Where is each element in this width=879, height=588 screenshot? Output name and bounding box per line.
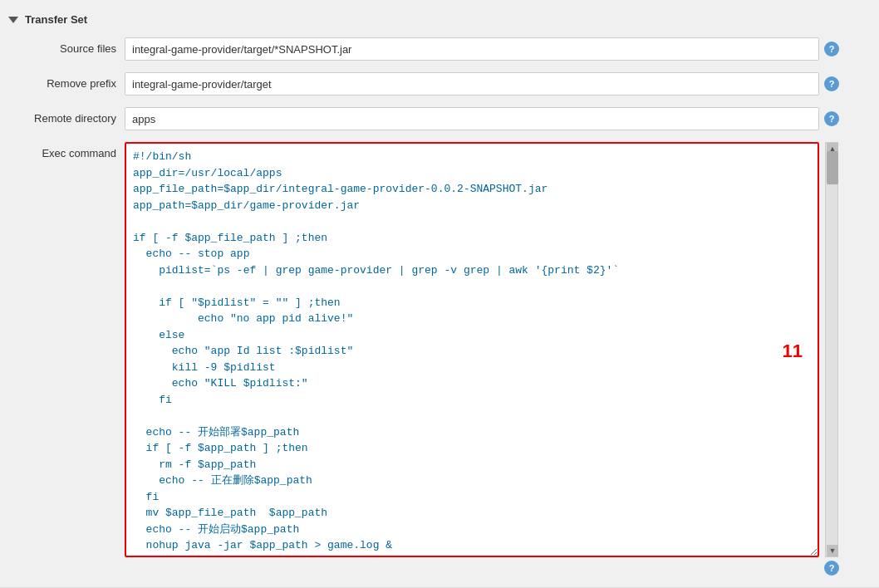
exec-command-textarea-container: 11 bbox=[125, 142, 819, 560]
source-files-row: Source files ? bbox=[8, 34, 871, 64]
scrollbar-thumb[interactable] bbox=[827, 151, 838, 184]
source-files-label: Source files bbox=[8, 37, 125, 55]
remote-directory-help-icon[interactable]: ? bbox=[824, 111, 839, 126]
remove-prefix-input-wrap: ? bbox=[125, 72, 839, 96]
exec-scrollbar[interactable]: ▲ ▼ bbox=[825, 142, 838, 557]
exec-command-row: Exec command 11 ▲ ▼ ? bbox=[8, 139, 871, 579]
section-header: Transfer Set bbox=[0, 8, 879, 31]
exec-command-label: Exec command bbox=[8, 142, 125, 159]
section-title: Transfer Set bbox=[25, 13, 87, 26]
remove-prefix-input[interactable] bbox=[125, 72, 819, 96]
remove-prefix-help-icon[interactable]: ? bbox=[824, 76, 839, 91]
remote-directory-input-wrap: ? bbox=[125, 107, 839, 130]
scrollbar-down-arrow[interactable]: ▼ bbox=[827, 545, 838, 556]
remote-directory-row: Remote directory ? bbox=[8, 104, 871, 134]
remove-prefix-label: Remove prefix bbox=[8, 72, 125, 90]
main-container: Transfer Set Source files ? Remove prefi… bbox=[0, 0, 879, 588]
remove-prefix-row: Remove prefix ? bbox=[8, 69, 871, 99]
exec-command-help-icon[interactable]: ? bbox=[824, 561, 839, 576]
source-files-input[interactable] bbox=[125, 37, 819, 61]
section-toggle-icon[interactable] bbox=[8, 17, 18, 23]
remote-directory-label: Remote directory bbox=[8, 107, 125, 125]
source-files-help-icon[interactable]: ? bbox=[824, 42, 839, 56]
form-area: Source files ? Remove prefix ? Remote di… bbox=[0, 31, 879, 587]
source-files-input-wrap: ? bbox=[125, 37, 839, 61]
exec-command-input-wrap: 11 ▲ ▼ ? bbox=[125, 142, 839, 576]
remote-directory-input[interactable] bbox=[125, 107, 819, 130]
exec-command-textarea[interactable] bbox=[125, 142, 819, 557]
